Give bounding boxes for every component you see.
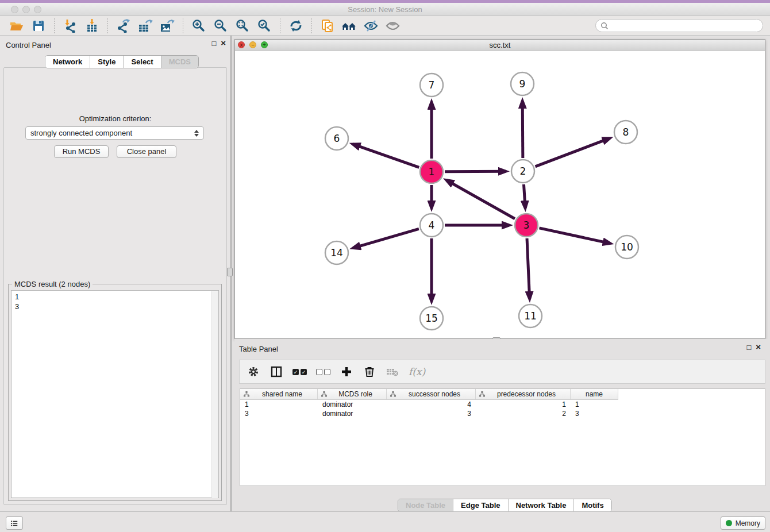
zoom-fit-icon[interactable] xyxy=(234,18,251,34)
save-session-icon[interactable] xyxy=(30,18,47,34)
tab-network-table[interactable]: Network Table xyxy=(508,499,574,511)
node-4[interactable]: 4 xyxy=(420,214,443,237)
node-11[interactable]: 11 xyxy=(519,304,542,327)
memory-status-icon xyxy=(726,520,732,526)
node-14[interactable]: 14 xyxy=(325,241,348,264)
table-cell[interactable]: dominator xyxy=(318,400,387,409)
table-cell[interactable]: 3 xyxy=(240,409,318,418)
float-panel-icon[interactable]: □ xyxy=(211,40,216,48)
edge-3-11[interactable] xyxy=(527,238,530,299)
table-row[interactable]: 1dominator411 xyxy=(240,400,765,409)
edge-3-1[interactable] xyxy=(446,180,515,219)
svg-text:4: 4 xyxy=(429,219,435,231)
tab-network[interactable]: Network xyxy=(45,56,90,68)
table-cell[interactable]: 3 xyxy=(571,409,618,418)
edge-1-2[interactable] xyxy=(445,171,506,172)
show-selected-icon[interactable] xyxy=(384,18,402,34)
edge-2-8[interactable] xyxy=(536,138,610,167)
network-list-toggle-button[interactable] xyxy=(6,516,23,530)
table-cell[interactable]: 1 xyxy=(476,400,571,409)
close-panel-icon[interactable]: × xyxy=(221,39,226,48)
memory-label: Memory xyxy=(736,519,760,527)
float-table-panel-icon[interactable]: □ xyxy=(746,344,751,352)
optimization-select[interactable]: strongly connected component xyxy=(25,126,204,140)
export-network-icon[interactable] xyxy=(115,18,132,34)
clone-network-icon[interactable] xyxy=(319,18,336,34)
column-header-name[interactable]: name xyxy=(571,389,618,399)
node-10[interactable]: 10 xyxy=(615,236,638,259)
select-all-icon[interactable]: ✓✓ xyxy=(292,369,307,375)
column-header-predecessor-nodes[interactable]: predecessor nodes xyxy=(476,389,571,399)
table-cell[interactable]: 3 xyxy=(387,409,476,418)
open-session-icon[interactable] xyxy=(8,18,25,34)
node-8[interactable]: 8 xyxy=(614,121,637,144)
zoom-selected-icon[interactable] xyxy=(256,18,273,34)
edge-2-3[interactable] xyxy=(523,184,525,208)
memory-button[interactable]: Memory xyxy=(721,516,765,530)
result-scrollbar[interactable] xyxy=(211,291,218,498)
close-panel-button[interactable]: Close panel xyxy=(117,145,176,158)
add-row-icon[interactable] xyxy=(340,365,353,379)
apply-layout-icon[interactable] xyxy=(287,18,305,34)
edge-2-9[interactable] xyxy=(522,101,523,158)
tab-select[interactable]: Select xyxy=(123,56,160,68)
zoom-out-icon[interactable] xyxy=(212,18,229,34)
toggle-panel-icon[interactable] xyxy=(270,365,283,379)
table-row[interactable]: 3dominator323 xyxy=(240,409,765,418)
export-image-icon[interactable] xyxy=(159,18,176,34)
hide-selected-icon[interactable] xyxy=(363,18,380,34)
zoom-in-icon[interactable] xyxy=(190,18,207,34)
edge-1-6[interactable] xyxy=(353,144,419,167)
export-table-icon[interactable] xyxy=(137,18,154,34)
node-9[interactable]: 9 xyxy=(511,72,534,95)
edge-4-14[interactable] xyxy=(353,229,419,248)
tab-edge-table[interactable]: Edge Table xyxy=(453,499,507,511)
table-cell[interactable]: 2 xyxy=(476,409,571,418)
table-cell[interactable]: 1 xyxy=(571,400,618,409)
table-header-row[interactable]: shared nameMCDS rolesuccessor nodesprede… xyxy=(240,389,618,400)
node-7[interactable]: 7 xyxy=(420,74,443,97)
node-15[interactable]: 15 xyxy=(420,307,443,330)
svg-text:11: 11 xyxy=(524,310,537,322)
main-toolbar xyxy=(0,16,770,36)
node-6[interactable]: 6 xyxy=(325,127,348,150)
table-settings-icon[interactable] xyxy=(247,365,260,379)
tab-motifs[interactable]: Motifs xyxy=(573,499,611,511)
table-panel: Table Panel □ × ✓✓ f(x) xyxy=(234,339,770,511)
tab-mcds[interactable]: MCDS xyxy=(161,56,198,68)
table-panel-tabs: Node TableEdge TableNetwork TableMotifs xyxy=(398,499,612,512)
table-cell[interactable]: dominator xyxy=(318,409,387,418)
node-2[interactable]: 2 xyxy=(511,160,534,183)
tab-style[interactable]: Style xyxy=(90,56,123,68)
edge-3-10[interactable] xyxy=(539,228,610,244)
function-builder-icon[interactable]: f(x) xyxy=(409,366,425,377)
network-view-window: x – + scc.txt 7968124314101511 xyxy=(234,39,765,339)
run-mcds-button[interactable]: Run MCDS xyxy=(54,145,109,158)
column-header-MCDS-role[interactable]: MCDS role xyxy=(318,389,387,399)
node-1[interactable]: 1 xyxy=(420,160,443,183)
network-canvas[interactable]: 7968124314101511 xyxy=(235,51,765,338)
svg-text:6: 6 xyxy=(334,133,340,144)
svg-text:1: 1 xyxy=(429,166,435,178)
table-cell[interactable]: 4 xyxy=(387,400,476,409)
deselect-all-icon[interactable] xyxy=(316,369,330,375)
node-3[interactable]: 3 xyxy=(515,214,538,237)
splitter-handle[interactable] xyxy=(227,268,233,276)
column-header-successor-nodes[interactable]: successor nodes xyxy=(387,389,476,399)
mcds-result-textarea[interactable]: 13 xyxy=(11,290,219,498)
network-graph[interactable]: 7968124314101511 xyxy=(235,51,765,338)
column-header-shared-name[interactable]: shared name xyxy=(240,389,318,399)
network-window-titlebar[interactable]: x – + scc.txt xyxy=(235,40,765,51)
delete-table-icon[interactable] xyxy=(386,365,399,379)
network-window-title: scc.txt xyxy=(235,41,765,49)
show-all-icon[interactable] xyxy=(341,18,358,34)
delete-row-icon[interactable] xyxy=(363,365,376,379)
tab-node-table[interactable]: Node Table xyxy=(398,499,453,511)
search-box[interactable] xyxy=(595,19,763,32)
node-table: shared nameMCDS rolesuccessor nodesprede… xyxy=(240,388,765,486)
import-network-icon[interactable] xyxy=(61,18,79,34)
search-input[interactable] xyxy=(611,22,758,30)
close-table-panel-icon[interactable]: × xyxy=(756,343,761,352)
table-cell[interactable]: 1 xyxy=(240,400,318,409)
import-table-icon[interactable] xyxy=(83,18,101,34)
